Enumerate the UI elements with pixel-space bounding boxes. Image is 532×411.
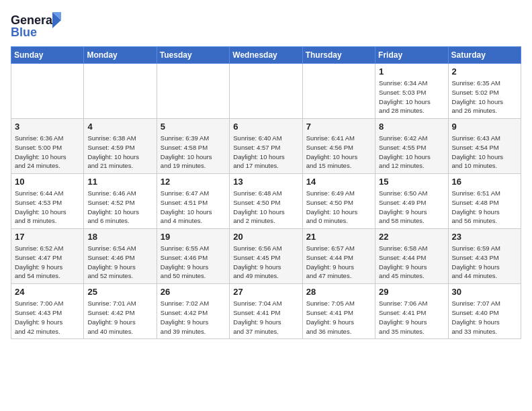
day-number: 9 (452, 122, 517, 132)
day-info: Sunrise: 6:49 AM Sunset: 4:50 PM Dayligh… (306, 189, 371, 226)
day-number: 30 (452, 287, 517, 297)
calendar-week-row: 10Sunrise: 6:44 AM Sunset: 4:53 PM Dayli… (11, 174, 521, 229)
day-info: Sunrise: 6:46 AM Sunset: 4:52 PM Dayligh… (87, 189, 152, 226)
day-number: 25 (87, 287, 152, 297)
day-info: Sunrise: 6:43 AM Sunset: 4:54 PM Dayligh… (452, 134, 517, 171)
day-number: 26 (161, 287, 226, 297)
calendar-day: 23Sunrise: 6:59 AM Sunset: 4:43 PM Dayli… (448, 229, 521, 284)
weekday-header: Tuesday (157, 47, 229, 64)
day-info: Sunrise: 6:34 AM Sunset: 5:03 PM Dayligh… (379, 79, 444, 116)
calendar-empty (302, 64, 375, 119)
calendar-day: 2Sunrise: 6:35 AM Sunset: 5:02 PM Daylig… (448, 64, 521, 119)
calendar-day: 25Sunrise: 7:01 AM Sunset: 4:42 PM Dayli… (84, 284, 157, 339)
day-info: Sunrise: 6:36 AM Sunset: 5:00 PM Dayligh… (15, 134, 80, 171)
calendar-table: SundayMondayTuesdayWednesdayThursdayFrid… (11, 46, 521, 339)
weekday-header: Thursday (302, 47, 375, 64)
calendar-empty (84, 64, 157, 119)
day-info: Sunrise: 7:02 AM Sunset: 4:42 PM Dayligh… (161, 299, 226, 336)
day-info: Sunrise: 6:48 AM Sunset: 4:50 PM Dayligh… (233, 189, 298, 226)
day-number: 28 (306, 287, 371, 297)
calendar-day: 5Sunrise: 6:39 AM Sunset: 4:58 PM Daylig… (157, 119, 229, 174)
calendar-day: 27Sunrise: 7:04 AM Sunset: 4:41 PM Dayli… (230, 284, 302, 339)
calendar-day: 29Sunrise: 7:06 AM Sunset: 4:41 PM Dayli… (375, 284, 448, 339)
calendar-day: 22Sunrise: 6:58 AM Sunset: 4:44 PM Dayli… (375, 229, 448, 284)
day-info: Sunrise: 7:07 AM Sunset: 4:40 PM Dayligh… (452, 299, 517, 336)
calendar-day: 7Sunrise: 6:41 AM Sunset: 4:56 PM Daylig… (302, 119, 375, 174)
day-number: 27 (233, 287, 298, 297)
calendar-empty (157, 64, 229, 119)
calendar-day: 8Sunrise: 6:42 AM Sunset: 4:55 PM Daylig… (375, 119, 448, 174)
day-number: 29 (379, 287, 444, 297)
calendar-day: 12Sunrise: 6:47 AM Sunset: 4:51 PM Dayli… (157, 174, 229, 229)
calendar-day: 30Sunrise: 7:07 AM Sunset: 4:40 PM Dayli… (448, 284, 521, 339)
day-info: Sunrise: 6:42 AM Sunset: 4:55 PM Dayligh… (379, 134, 444, 171)
calendar-day: 24Sunrise: 7:00 AM Sunset: 4:43 PM Dayli… (11, 284, 84, 339)
day-number: 4 (87, 122, 152, 132)
weekday-header-row: SundayMondayTuesdayWednesdayThursdayFrid… (11, 47, 521, 64)
day-info: Sunrise: 6:35 AM Sunset: 5:02 PM Dayligh… (452, 79, 517, 116)
day-info: Sunrise: 6:47 AM Sunset: 4:51 PM Dayligh… (161, 189, 226, 226)
calendar-day: 17Sunrise: 6:52 AM Sunset: 4:47 PM Dayli… (11, 229, 84, 284)
day-info: Sunrise: 6:50 AM Sunset: 4:49 PM Dayligh… (379, 189, 444, 226)
calendar-week-row: 3Sunrise: 6:36 AM Sunset: 5:00 PM Daylig… (11, 119, 521, 174)
day-info: Sunrise: 7:01 AM Sunset: 4:42 PM Dayligh… (87, 299, 152, 336)
day-number: 18 (87, 232, 152, 242)
day-info: Sunrise: 6:56 AM Sunset: 4:45 PM Dayligh… (233, 244, 298, 281)
day-number: 3 (15, 122, 80, 132)
day-info: Sunrise: 6:59 AM Sunset: 4:43 PM Dayligh… (452, 244, 517, 281)
day-number: 17 (15, 232, 80, 242)
calendar-day: 1Sunrise: 6:34 AM Sunset: 5:03 PM Daylig… (375, 64, 448, 119)
day-info: Sunrise: 7:00 AM Sunset: 4:43 PM Dayligh… (15, 299, 80, 336)
weekday-header: Friday (375, 47, 448, 64)
day-number: 7 (306, 122, 371, 132)
calendar-day: 3Sunrise: 6:36 AM Sunset: 5:00 PM Daylig… (11, 119, 84, 174)
day-info: Sunrise: 6:54 AM Sunset: 4:46 PM Dayligh… (87, 244, 152, 281)
day-number: 1 (379, 66, 444, 77)
day-info: Sunrise: 6:44 AM Sunset: 4:53 PM Dayligh… (15, 189, 80, 226)
calendar-week-row: 1Sunrise: 6:34 AM Sunset: 5:03 PM Daylig… (11, 64, 521, 119)
day-info: Sunrise: 6:55 AM Sunset: 4:46 PM Dayligh… (161, 244, 226, 281)
day-number: 12 (161, 177, 226, 187)
day-number: 22 (379, 232, 444, 242)
day-number: 21 (306, 232, 371, 242)
page-header: GeneralBlue (11, 11, 521, 41)
weekday-header: Monday (84, 47, 157, 64)
calendar-day: 16Sunrise: 6:51 AM Sunset: 4:48 PM Dayli… (448, 174, 521, 229)
day-info: Sunrise: 7:04 AM Sunset: 4:41 PM Dayligh… (233, 299, 298, 336)
svg-text:Blue: Blue (11, 26, 37, 39)
day-number: 8 (379, 122, 444, 132)
weekday-header: Saturday (448, 47, 521, 64)
calendar-day: 6Sunrise: 6:40 AM Sunset: 4:57 PM Daylig… (230, 119, 302, 174)
day-number: 24 (15, 287, 80, 297)
day-info: Sunrise: 6:40 AM Sunset: 4:57 PM Dayligh… (233, 134, 298, 171)
day-number: 11 (87, 177, 152, 187)
day-number: 14 (306, 177, 371, 187)
day-number: 10 (15, 177, 80, 187)
day-info: Sunrise: 6:38 AM Sunset: 4:59 PM Dayligh… (87, 134, 152, 171)
day-info: Sunrise: 6:39 AM Sunset: 4:58 PM Dayligh… (161, 134, 226, 171)
day-info: Sunrise: 6:52 AM Sunset: 4:47 PM Dayligh… (15, 244, 80, 281)
weekday-header: Wednesday (230, 47, 302, 64)
day-number: 20 (233, 232, 298, 242)
calendar-empty (11, 64, 84, 119)
calendar-day: 20Sunrise: 6:56 AM Sunset: 4:45 PM Dayli… (230, 229, 302, 284)
day-number: 16 (452, 177, 517, 187)
calendar-day: 26Sunrise: 7:02 AM Sunset: 4:42 PM Dayli… (157, 284, 229, 339)
day-info: Sunrise: 6:51 AM Sunset: 4:48 PM Dayligh… (452, 189, 517, 226)
calendar-day: 11Sunrise: 6:46 AM Sunset: 4:52 PM Dayli… (84, 174, 157, 229)
calendar-day: 9Sunrise: 6:43 AM Sunset: 4:54 PM Daylig… (448, 119, 521, 174)
day-info: Sunrise: 6:57 AM Sunset: 4:44 PM Dayligh… (306, 244, 371, 281)
day-number: 5 (161, 122, 226, 132)
calendar-day: 18Sunrise: 6:54 AM Sunset: 4:46 PM Dayli… (84, 229, 157, 284)
calendar-day: 21Sunrise: 6:57 AM Sunset: 4:44 PM Dayli… (302, 229, 375, 284)
day-info: Sunrise: 6:41 AM Sunset: 4:56 PM Dayligh… (306, 134, 371, 171)
day-number: 15 (379, 177, 444, 187)
day-info: Sunrise: 6:58 AM Sunset: 4:44 PM Dayligh… (379, 244, 444, 281)
day-info: Sunrise: 7:05 AM Sunset: 4:41 PM Dayligh… (306, 299, 371, 336)
weekday-header: Sunday (11, 47, 84, 64)
day-info: Sunrise: 7:06 AM Sunset: 4:41 PM Dayligh… (379, 299, 444, 336)
calendar-day: 15Sunrise: 6:50 AM Sunset: 4:49 PM Dayli… (375, 174, 448, 229)
calendar-day: 10Sunrise: 6:44 AM Sunset: 4:53 PM Dayli… (11, 174, 84, 229)
calendar-week-row: 17Sunrise: 6:52 AM Sunset: 4:47 PM Dayli… (11, 229, 521, 284)
calendar-day: 4Sunrise: 6:38 AM Sunset: 4:59 PM Daylig… (84, 119, 157, 174)
